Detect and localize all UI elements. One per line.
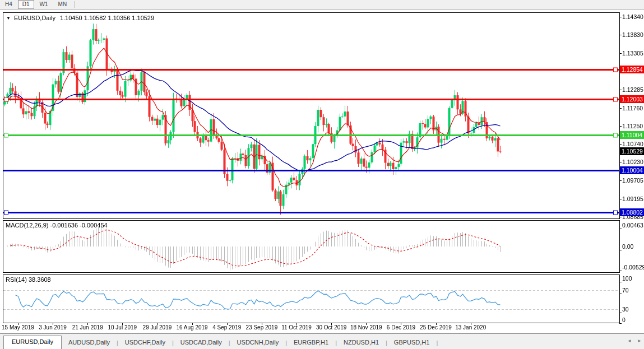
tab-scroll-right-icon[interactable]: ► bbox=[637, 338, 642, 343]
date-tick-label: 11 Oct 2019 bbox=[281, 324, 312, 331]
tab-audusd-daily[interactable]: AUDUSD,Daily bbox=[62, 337, 117, 349]
level-price-badge: 1.10004 bbox=[620, 166, 644, 174]
date-tick-label: 25 Dec 2019 bbox=[420, 324, 452, 331]
price-tick-label: 1.11250 bbox=[622, 123, 643, 129]
level-price-badge: 1.12854 bbox=[620, 66, 644, 73]
symbol-tabbar: EURUSD,DailyAUDUSD,Daily|USDCHF,Daily|US… bbox=[0, 334, 644, 349]
trading-app-window: H4D1W1MN ▼EURUSD,Daily1.10450 1.10582 1.… bbox=[0, 0, 644, 349]
main-chart-panel bbox=[3, 12, 620, 219]
level-price-badge: 1.11004 bbox=[620, 131, 644, 139]
price-tick-label: 1.10740 bbox=[622, 141, 643, 147]
date-tick-label: 4 Sep 2019 bbox=[212, 324, 241, 331]
chevron-down-icon[interactable]: ▼ bbox=[6, 16, 11, 21]
price-tick-label: 1.12285 bbox=[622, 86, 643, 93]
rsi-name: RSI(14) bbox=[6, 276, 27, 283]
price-tick-label: 1.09705 bbox=[622, 177, 643, 184]
rsi-tick-label: 100 bbox=[622, 275, 632, 282]
macd-label: MACD(12,26,9) -0.001636 -0.000454 bbox=[6, 222, 108, 229]
tab-nzdusd-h1[interactable]: NZDUSD,H1 bbox=[337, 337, 386, 349]
tab-eurusd-daily[interactable]: EURUSD,Daily bbox=[3, 336, 62, 349]
tab-gbpusd-h1[interactable]: GBPUSD,H1 bbox=[387, 337, 437, 349]
date-tick-label: 15 May 2019 bbox=[2, 324, 34, 331]
rsi-tick-label: 70 bbox=[622, 287, 629, 294]
current-price-badge: 1.10529 bbox=[620, 147, 644, 155]
tab-separator: | bbox=[436, 339, 438, 349]
rsi-label: RSI(14) 38.3608 bbox=[6, 276, 51, 283]
rsi-tick-label: 0 bbox=[622, 317, 626, 323]
chart-symbol-label: EURUSD,Daily bbox=[14, 15, 55, 21]
date-tick-label: 3 Jun 2019 bbox=[39, 324, 67, 331]
price-tick-label: 1.13305 bbox=[622, 50, 643, 57]
tab-usdcad-daily[interactable]: USDCAD,Daily bbox=[174, 337, 229, 349]
macd-name: MACD(12,26,9) bbox=[6, 222, 48, 229]
macd-tick-label: -0.005299 bbox=[622, 264, 644, 271]
date-tick-label: 18 Nov 2019 bbox=[350, 324, 382, 331]
date-tick-label: 16 Aug 2019 bbox=[177, 324, 208, 331]
macd-signal-value: -0.000454 bbox=[80, 222, 108, 229]
rsi-indicator-panel bbox=[3, 274, 620, 323]
level-price-badge: 1.08802 bbox=[620, 208, 644, 216]
level-price-badge: 1.12003 bbox=[620, 95, 644, 103]
rsi-tick-label: 30 bbox=[622, 306, 629, 313]
date-tick-label: 6 Dec 2019 bbox=[387, 324, 415, 331]
price-tick-label: 1.11760 bbox=[622, 105, 643, 111]
macd-tick-label: 0.00463 bbox=[622, 222, 643, 229]
date-tick-label: 21 Jun 2019 bbox=[72, 324, 103, 331]
macd-main-value: -0.001636 bbox=[50, 222, 78, 229]
rsi-value: 38.3608 bbox=[29, 276, 51, 283]
price-tick-label: 1.13830 bbox=[622, 31, 643, 38]
date-tick-label: 29 Jul 2019 bbox=[143, 324, 172, 331]
date-tick-label: 30 Oct 2019 bbox=[316, 324, 346, 331]
chart-ohlc-values: 1.10450 1.10582 1.10356 1.10529 bbox=[60, 15, 154, 21]
tab-scroll-left-icon[interactable]: ◄ bbox=[627, 338, 632, 343]
price-tick-label: 1.14340 bbox=[622, 13, 643, 20]
date-tick-label: 13 Jan 2020 bbox=[455, 324, 486, 331]
tab-usdchf-daily[interactable]: USDCHF,Daily bbox=[118, 337, 172, 349]
date-tick-label: 10 Jul 2019 bbox=[108, 324, 137, 331]
price-tick-label: 1.09195 bbox=[622, 196, 643, 202]
date-tick-label: 23 Sep 2019 bbox=[246, 324, 278, 331]
tab-usdcnh-daily[interactable]: USDCNH,Daily bbox=[230, 337, 286, 349]
chart-header: ▼EURUSD,Daily1.10450 1.10582 1.10356 1.1… bbox=[6, 15, 154, 21]
price-tick-label: 1.10230 bbox=[622, 159, 643, 165]
macd-tick-label: 0.00 bbox=[622, 243, 633, 250]
tab-eurgbp-h1[interactable]: EURGBP,H1 bbox=[287, 337, 335, 349]
